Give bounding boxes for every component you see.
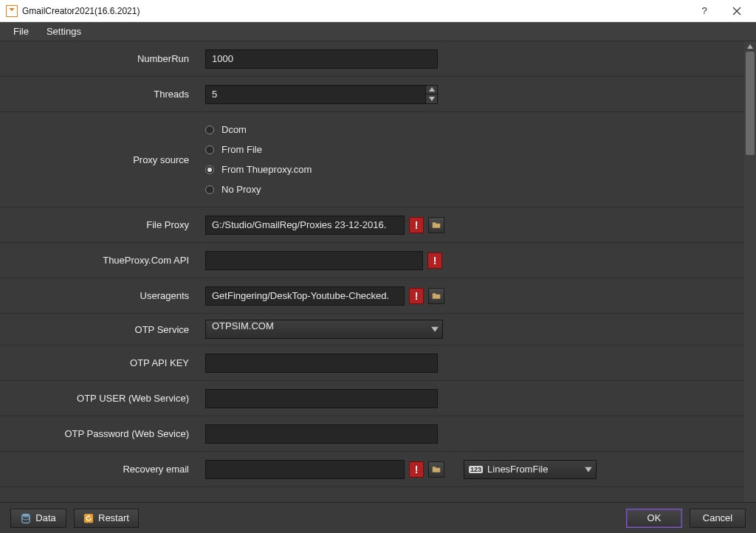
svg-point-0 [22, 513, 30, 516]
radio-icon [205, 165, 214, 174]
label-file-proxy: File Proxy [0, 219, 198, 230]
otp-service-value: OTPSIM.COM [205, 320, 443, 339]
menu-file[interactable]: File [6, 24, 36, 38]
footer: Data Restart OK Cancel [0, 502, 756, 533]
radio-icon [205, 185, 214, 194]
thueproxy-api-input[interactable] [205, 251, 423, 270]
titlebar: GmailCreator2021(16.6.2021) ? [0, 0, 756, 22]
radio-icon [205, 145, 214, 154]
threads-spin-up[interactable] [425, 86, 437, 95]
ok-button-label: OK [647, 512, 662, 523]
warning-icon[interactable]: ! [409, 217, 424, 233]
proxy-source-radio-group: Dcom From File From Thueproxy.com No Pro… [198, 112, 456, 207]
row-otp-user: OTP USER (Web Service) [0, 381, 756, 416]
number-run-input[interactable] [205, 49, 438, 69]
label-otp-password: OTP Password (Web Sevice) [0, 428, 198, 439]
recovery-source-combo[interactable]: 123 LinesFromFile [464, 460, 597, 479]
warning-icon[interactable]: ! [409, 288, 424, 304]
menu-settings[interactable]: Settings [39, 24, 89, 38]
chevron-down-icon [429, 97, 435, 101]
cancel-button-label: Cancel [703, 512, 732, 523]
close-icon [732, 7, 741, 16]
label-otp-service: OTP Service [0, 324, 198, 335]
scroll-region: NumberRun Threads [0, 41, 756, 502]
data-button-label: Data [35, 512, 55, 523]
row-file-proxy: File Proxy ! [0, 207, 756, 243]
radio-icon [205, 125, 214, 134]
label-recovery-email: Recovery email [0, 464, 198, 475]
otp-user-input[interactable] [205, 389, 438, 408]
label-useragents: Useragents [0, 290, 198, 301]
combo-label: LinesFromFile [487, 464, 548, 475]
restart-button[interactable]: Restart [74, 509, 139, 528]
warning-icon[interactable]: ! [409, 461, 424, 478]
row-otp-api-key: OTP API KEY [0, 345, 756, 381]
radio-label: From Thueproxy.com [221, 164, 312, 175]
row-proxy-source: Proxy source Dcom From File From Thuepro… [0, 112, 756, 207]
close-button[interactable] [721, 0, 753, 22]
chevron-up-icon [429, 87, 435, 92]
radio-label: No Proxy [221, 184, 261, 195]
svg-point-1 [22, 517, 30, 520]
file-proxy-browse-button[interactable] [428, 217, 444, 233]
chevron-down-icon [431, 324, 439, 335]
radio-label: From File [221, 144, 262, 155]
threads-spin-down[interactable] [425, 94, 437, 103]
row-threads: Threads [0, 77, 756, 112]
radio-label: Dcom [221, 124, 247, 135]
app-icon [6, 5, 18, 17]
useragents-input[interactable] [205, 286, 405, 306]
recovery-email-input[interactable] [205, 460, 405, 479]
help-button[interactable]: ? [688, 0, 721, 22]
folder-icon [432, 292, 441, 300]
label-otp-api-key: OTP API KEY [0, 357, 198, 368]
otp-service-select[interactable]: OTPSIM.COM [205, 320, 443, 339]
folder-icon [432, 221, 441, 230]
restart-icon [83, 513, 94, 523]
window-title: GmailCreator2021(16.6.2021) [22, 6, 140, 16]
restart-button-label: Restart [98, 512, 129, 523]
vertical-scrollbar[interactable] [744, 41, 756, 502]
label-threads: Threads [0, 89, 198, 100]
database-icon [21, 513, 31, 523]
form: NumberRun Threads [0, 41, 756, 487]
proxy-option-no-proxy[interactable]: No Proxy [205, 184, 449, 195]
file-proxy-input[interactable] [205, 216, 405, 235]
otp-password-input[interactable] [205, 424, 438, 444]
proxy-option-from-file[interactable]: From File [205, 144, 449, 155]
label-number-run: NumberRun [0, 53, 198, 64]
row-thueproxy-api: ThueProxy.Com API ! [0, 243, 756, 278]
label-proxy-source: Proxy source [0, 112, 198, 207]
row-number-run: NumberRun [0, 41, 756, 77]
useragents-browse-button[interactable] [428, 288, 444, 304]
row-otp-service: OTP Service OTPSIM.COM [0, 314, 756, 345]
cancel-button[interactable]: Cancel [690, 509, 746, 528]
scroll-up-icon[interactable] [744, 41, 756, 52]
warning-icon[interactable]: ! [427, 252, 442, 269]
threads-spinner-buttons[interactable] [425, 86, 437, 103]
row-otp-password: OTP Password (Web Sevice) [0, 416, 756, 452]
scrollbar-thumb[interactable] [746, 52, 755, 155]
row-recovery-email: Recovery email ! 123 LinesFromFile [0, 452, 756, 487]
menubar: File Settings [0, 22, 756, 41]
data-button[interactable]: Data [10, 509, 66, 528]
client-area: NumberRun Threads [0, 41, 756, 502]
otp-api-key-input[interactable] [205, 354, 438, 373]
chevron-down-icon [585, 464, 592, 475]
label-thueproxy-api: ThueProxy.Com API [0, 255, 198, 266]
threads-input[interactable] [205, 85, 438, 104]
label-otp-user: OTP USER (Web Service) [0, 393, 198, 404]
proxy-option-dcom[interactable]: Dcom [205, 124, 449, 135]
ok-button[interactable]: OK [626, 509, 682, 528]
recovery-email-browse-button[interactable] [428, 461, 444, 478]
row-useragents: Useragents ! [0, 278, 756, 314]
combo-badge: 123 [469, 466, 483, 473]
folder-icon [432, 465, 441, 474]
proxy-option-from-thueproxy[interactable]: From Thueproxy.com [205, 164, 449, 175]
